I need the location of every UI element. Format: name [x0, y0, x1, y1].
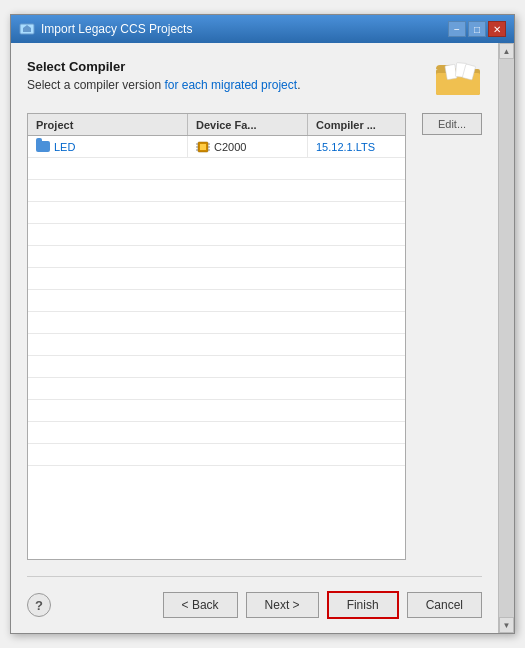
cancel-button[interactable]: Cancel: [407, 592, 482, 618]
title-bar-left: Import Legacy CCS Projects: [19, 21, 192, 37]
col-header-device: Device Fa...: [188, 114, 308, 135]
footer-left: ?: [27, 593, 51, 617]
col-header-project: Project: [28, 114, 188, 135]
footer-separator: [27, 576, 482, 577]
open-folder-icon: [434, 59, 482, 99]
project-name: LED: [54, 141, 75, 153]
scroll-up-button[interactable]: ▲: [499, 43, 514, 59]
next-button[interactable]: Next >: [246, 592, 319, 618]
scroll-thumb[interactable]: [499, 59, 514, 617]
cell-project: LED: [28, 136, 188, 157]
device-chip-icon: [196, 140, 210, 154]
window-main: Select Compiler Select a compiler versio…: [11, 43, 514, 633]
footer: ? < Back Next > Finish Cancel: [27, 583, 482, 623]
table-row-empty: [28, 378, 405, 400]
table-row-empty: [28, 334, 405, 356]
project-table: Project Device Fa... Compiler ...: [27, 113, 406, 560]
svg-rect-7: [200, 144, 206, 150]
cell-compiler: 15.12.1.LTS: [308, 136, 405, 157]
project-folder-icon: [36, 141, 50, 152]
help-button[interactable]: ?: [27, 593, 51, 617]
table-row-empty: [28, 224, 405, 246]
header-section: Select Compiler Select a compiler versio…: [27, 59, 482, 99]
subtitle-colored: for each migrated project: [164, 78, 297, 92]
subtitle-end: .: [297, 78, 300, 92]
title-bar: Import Legacy CCS Projects − □ ✕: [11, 15, 514, 43]
scroll-down-button[interactable]: ▼: [499, 617, 514, 633]
table-row-empty: [28, 202, 405, 224]
table-section: Project Device Fa... Compiler ...: [27, 113, 482, 560]
subtitle-plain: Select a compiler version: [27, 78, 164, 92]
cell-device: C2000: [188, 136, 308, 157]
compiler-version: 15.12.1.LTS: [316, 141, 375, 153]
col-header-compiler: Compiler ...: [308, 114, 405, 135]
table-row-empty: [28, 356, 405, 378]
page-title: Select Compiler: [27, 59, 424, 74]
window-title: Import Legacy CCS Projects: [41, 22, 192, 36]
back-button[interactable]: < Back: [163, 592, 238, 618]
window-icon: [19, 21, 35, 37]
device-cell: C2000: [196, 140, 246, 154]
table-row-empty: [28, 180, 405, 202]
finish-button[interactable]: Finish: [327, 591, 399, 619]
table-row-empty: [28, 158, 405, 180]
table-row-empty: [28, 246, 405, 268]
main-window: Import Legacy CCS Projects − □ ✕ Select …: [10, 14, 515, 634]
table-row-empty: [28, 312, 405, 334]
close-button[interactable]: ✕: [488, 21, 506, 37]
svg-rect-3: [445, 64, 457, 80]
footer-buttons: < Back Next > Finish Cancel: [163, 591, 482, 619]
page-subtitle: Select a compiler version for each migra…: [27, 78, 424, 92]
edit-button[interactable]: Edit...: [422, 113, 482, 135]
vertical-scrollbar: ▲ ▼: [498, 43, 514, 633]
table-row-empty: [28, 290, 405, 312]
minimize-button[interactable]: −: [448, 21, 466, 37]
table-row-empty: [28, 444, 405, 466]
table-row-empty: [28, 422, 405, 444]
table-header: Project Device Fa... Compiler ...: [28, 114, 405, 136]
header-text: Select Compiler Select a compiler versio…: [27, 59, 424, 92]
title-bar-controls: − □ ✕: [448, 21, 506, 37]
device-label: C2000: [214, 141, 246, 153]
table-row-empty: [28, 268, 405, 290]
content-area: Select Compiler Select a compiler versio…: [11, 43, 498, 633]
table-body: LED: [28, 136, 405, 559]
window-content: Select Compiler Select a compiler versio…: [11, 43, 498, 633]
maximize-button[interactable]: □: [468, 21, 486, 37]
project-cell: LED: [36, 141, 75, 153]
right-panel: Edit...: [422, 113, 482, 560]
table-row-empty: [28, 400, 405, 422]
table-row[interactable]: LED: [28, 136, 405, 158]
